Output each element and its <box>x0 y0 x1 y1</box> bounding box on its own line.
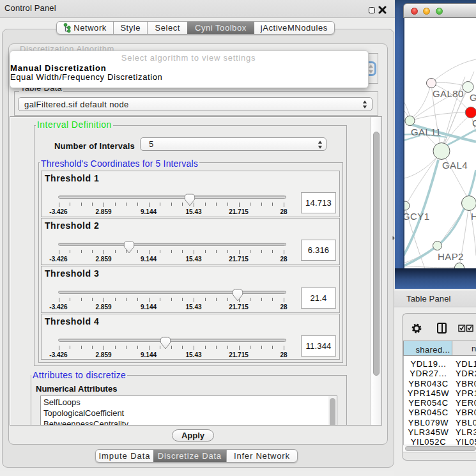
svg-text:GAL11: GAL11 <box>411 127 441 137</box>
svg-text:GAL7: GAL7 <box>470 92 476 103</box>
svg-text:C: C <box>472 118 476 128</box>
svg-text:GAL4: GAL4 <box>442 160 468 171</box>
svg-text:HAP2: HAP2 <box>438 251 464 262</box>
svg-text:GAL80: GAL80 <box>433 88 464 99</box>
svg-text:HIS: HIS <box>471 211 476 222</box>
svg-text:GCY1: GCY1 <box>404 211 429 222</box>
